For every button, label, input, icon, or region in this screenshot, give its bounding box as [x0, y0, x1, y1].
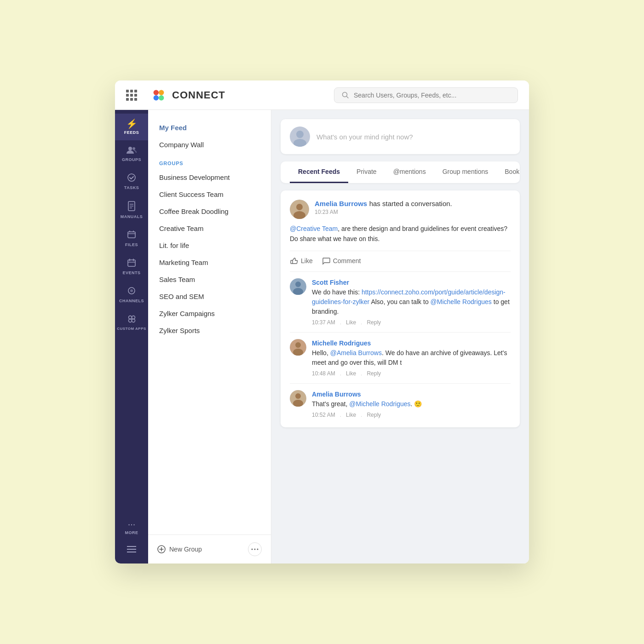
- svg-rect-14: [128, 260, 135, 266]
- post-mention-creative-team: @Creative Team: [290, 225, 338, 232]
- compose-placeholder[interactable]: What's on your mind right now?: [316, 133, 413, 141]
- icon-nav: ⚡ FEEDS GROUPS: [115, 110, 148, 564]
- compose-area[interactable]: What's on your mind right now?: [281, 119, 520, 154]
- group-item-business-development[interactable]: Business Development: [148, 169, 271, 186]
- groups-icon: [126, 146, 137, 155]
- main-content: ⚡ FEEDS GROUPS: [115, 110, 529, 564]
- svg-point-45: [295, 393, 301, 399]
- manuals-icon: [127, 201, 136, 213]
- tasks-label: TASKS: [124, 185, 139, 190]
- amelia-text: That's great, @Michelle Rodrigues. 🙂: [312, 399, 511, 409]
- michelle-like[interactable]: Like: [346, 370, 356, 377]
- group-item-marketing-team[interactable]: Marketing Team: [148, 254, 271, 271]
- post-author-avatar: [290, 200, 309, 219]
- sidebar-item-feeds[interactable]: ⚡ FEEDS: [115, 114, 148, 140]
- group-item-zylker-campaigns[interactable]: Zylker Campaigns: [148, 305, 271, 322]
- feed-item-company-wall[interactable]: Company Wall: [148, 136, 271, 153]
- app-title: CONNECT: [172, 89, 225, 101]
- app-window: CONNECT ⚡ FEEDS: [115, 80, 529, 564]
- michelle-reply[interactable]: Reply: [367, 370, 381, 377]
- group-item-sales-team[interactable]: Sales Team: [148, 271, 271, 288]
- feeds-panel-footer: New Group: [148, 535, 271, 564]
- amelia-footer: 10:52 AM . Like . Reply: [312, 412, 511, 418]
- scott-mention: @Michelle Rodrigues: [431, 298, 492, 305]
- svg-point-33: [296, 131, 304, 138]
- search-input[interactable]: [354, 92, 510, 99]
- feeds-list: My Feed Company Wall GROUPS Business Dev…: [148, 110, 271, 535]
- feeds-icon: ⚡: [126, 119, 138, 128]
- comment-button[interactable]: Comment: [322, 257, 361, 265]
- group-item-client-success[interactable]: Client Success Team: [148, 186, 271, 203]
- groups-section-header: GROUPS: [148, 153, 271, 169]
- channels-icon: [127, 286, 136, 297]
- feed-item-my-feed[interactable]: My Feed: [148, 119, 271, 136]
- svg-point-3: [159, 95, 164, 100]
- group-item-lit-for-life[interactable]: Lit. for life: [148, 237, 271, 254]
- sidebar-item-files[interactable]: FILES: [115, 224, 148, 253]
- svg-point-31: [254, 549, 256, 550]
- scott-comment: Scott Fisher We do have this: https://co…: [312, 278, 511, 326]
- post-author-line: Amelia Burrows has started a conversatio…: [315, 200, 511, 208]
- svg-point-21: [132, 316, 135, 319]
- feeds-panel: My Feed Company Wall GROUPS Business Dev…: [148, 110, 271, 564]
- like-button[interactable]: Like: [290, 257, 313, 265]
- svg-point-23: [132, 319, 135, 322]
- scott-text: We do have this: https://connect.zoho.co…: [312, 288, 511, 316]
- group-item-zylker-sports[interactable]: Zylker Sports: [148, 322, 271, 339]
- custom-apps-label: CUSTOM APPS: [117, 327, 146, 331]
- post-author-name: Amelia Burrows: [315, 200, 367, 207]
- group-item-creative-team[interactable]: Creative Team: [148, 220, 271, 237]
- sidebar-item-hamburger[interactable]: [115, 540, 148, 560]
- group-item-seo-sem[interactable]: SEO and SEM: [148, 288, 271, 305]
- custom-apps-icon: [127, 314, 136, 325]
- sidebar-item-groups[interactable]: GROUPS: [115, 140, 148, 167]
- scott-footer: 10:37 AM . Like . Reply: [312, 319, 511, 326]
- svg-point-19: [130, 289, 133, 292]
- comment-michelle: Michelle Rodrigues Hello, @Amelia Burrow…: [290, 332, 511, 377]
- svg-point-34: [293, 139, 306, 147]
- sidebar-item-events[interactable]: EVENTS: [115, 253, 148, 281]
- sidebar-item-channels[interactable]: CHANNELS: [115, 281, 148, 309]
- search-bar[interactable]: [334, 87, 518, 103]
- svg-point-1: [159, 90, 164, 95]
- amelia-name-2: Amelia Burrows: [312, 391, 361, 398]
- new-group-button[interactable]: New Group: [157, 545, 202, 553]
- panel-more-button[interactable]: [248, 542, 262, 556]
- files-icon: [127, 230, 136, 241]
- svg-point-42: [295, 342, 301, 348]
- hamburger-icon: [127, 546, 136, 554]
- amelia-reply[interactable]: Reply: [367, 412, 381, 418]
- tab-group-mentions[interactable]: Group mentions: [434, 161, 497, 183]
- sidebar-item-tasks[interactable]: TASKS: [115, 167, 148, 196]
- feed-main: What's on your mind right now? Recent Fe…: [271, 110, 529, 564]
- more-icon: ···: [128, 519, 136, 529]
- files-label: FILES: [125, 242, 138, 247]
- group-item-coffee-break[interactable]: Coffee Break Doodling: [148, 203, 271, 220]
- michelle-comment: Michelle Rodrigues Hello, @Amelia Burrow…: [312, 339, 511, 377]
- new-group-label: New Group: [169, 546, 202, 553]
- events-icon: [127, 258, 136, 269]
- post-card: Amelia Burrows has started a conversatio…: [281, 190, 520, 427]
- comment-icon: [322, 257, 330, 265]
- svg-point-22: [129, 319, 132, 322]
- ellipsis-icon: [251, 548, 259, 550]
- amelia-mention-michelle: @Michelle Rodrigues: [349, 400, 410, 408]
- scott-like[interactable]: Like: [346, 319, 356, 326]
- scott-reply[interactable]: Reply: [367, 319, 381, 326]
- sidebar-item-custom-apps[interactable]: CUSTOM APPS: [115, 309, 148, 336]
- amelia-avatar-2: [290, 390, 306, 407]
- tab-private[interactable]: Private: [348, 161, 385, 183]
- channels-label: CHANNELS: [119, 299, 144, 303]
- grid-icon[interactable]: [126, 90, 137, 101]
- tab-mentions[interactable]: @mentions: [385, 161, 434, 183]
- svg-point-30: [252, 549, 253, 550]
- sidebar-item-manuals[interactable]: MANUALS: [115, 196, 148, 224]
- plus-circle-icon: [157, 545, 166, 553]
- comment-scott: Scott Fisher We do have this: https://co…: [290, 271, 511, 326]
- amelia-like[interactable]: Like: [346, 412, 356, 418]
- tab-recent-feeds[interactable]: Recent Feeds: [290, 161, 348, 183]
- tab-bookmarks[interactable]: Bookmarks: [496, 161, 520, 183]
- post-header: Amelia Burrows has started a conversatio…: [290, 200, 511, 219]
- svg-point-20: [129, 316, 132, 319]
- sidebar-item-more[interactable]: ··· MORE: [115, 514, 148, 540]
